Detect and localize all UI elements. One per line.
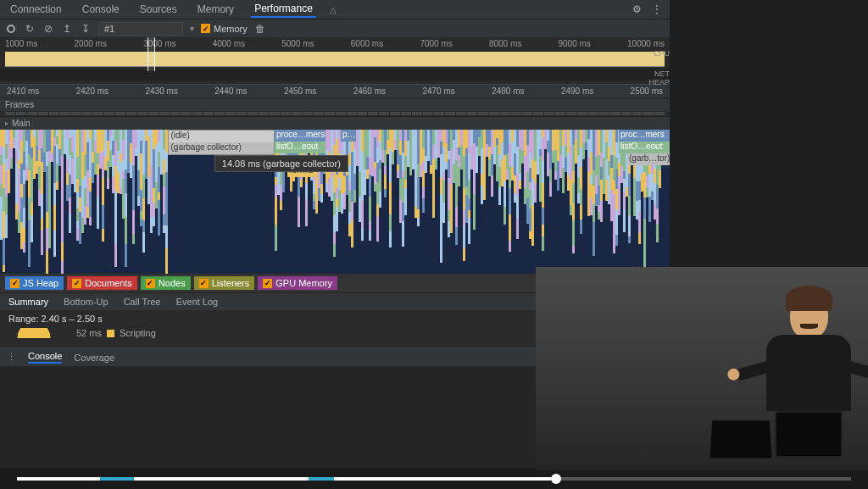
main-track-label[interactable]: ▸ Main bbox=[0, 116, 670, 130]
session-select[interactable] bbox=[98, 22, 183, 36]
task-proc2[interactable]: proc…mers bbox=[619, 130, 670, 142]
dropdown-icon[interactable]: ▾ bbox=[190, 24, 194, 33]
idle-row[interactable]: (idle) bbox=[169, 131, 274, 142]
gc-row[interactable]: (garbage collector) bbox=[169, 142, 274, 154]
monitor bbox=[775, 411, 843, 458]
memory-checkbox[interactable]: ✓ bbox=[201, 24, 210, 33]
ov-tick: 8000 ms bbox=[489, 39, 521, 48]
subtab-calltree[interactable]: Call Tree bbox=[124, 297, 161, 307]
drawer-tab-console[interactable]: Console bbox=[28, 351, 62, 364]
d-tick: 2450 ms bbox=[284, 86, 316, 96]
scripting-swatch bbox=[107, 330, 114, 337]
d-tick: 2430 ms bbox=[145, 86, 177, 96]
task-proc[interactable]: proce…mers bbox=[275, 130, 326, 142]
d-tick: 2480 ms bbox=[492, 86, 524, 96]
perf-toolbar: ↻ ⊘ ↥ ↧ ▾ ✓ Memory 🗑 bbox=[0, 19, 670, 37]
d-tick: 2490 ms bbox=[561, 86, 593, 96]
tab-memory[interactable]: Memory bbox=[194, 2, 237, 17]
legend-nodes[interactable]: ✓Nodes bbox=[141, 276, 191, 290]
progress-fill bbox=[17, 477, 551, 481]
task-p[interactable]: p… bbox=[341, 130, 356, 142]
memory-checkbox-group: ✓ Memory bbox=[201, 24, 248, 34]
presenter bbox=[758, 292, 860, 428]
main-text: Main bbox=[12, 119, 31, 128]
legend-gpu[interactable]: ✓GPU Memory bbox=[258, 276, 337, 290]
ov-tick: 10000 ms bbox=[627, 39, 665, 48]
drawer-menu-icon[interactable]: ⋮ bbox=[7, 352, 16, 363]
scripting-row: 52 ms Scripting bbox=[76, 328, 156, 338]
frames-text: Frames bbox=[5, 100, 34, 109]
ov-tick: 2000 ms bbox=[75, 39, 107, 48]
main-tabbar: Connection Console Sources Memory Perfor… bbox=[0, 0, 670, 19]
gc-tooltip: 14.08 ms (garbage collector) bbox=[214, 155, 348, 172]
overview-timeline[interactable]: 1000 ms 2000 ms 3000 ms 4000 ms 5000 ms … bbox=[0, 37, 670, 85]
experiment-icon: △ bbox=[330, 5, 337, 14]
d-tick: 2460 ms bbox=[353, 86, 386, 96]
d-tick: 2470 ms bbox=[422, 86, 454, 96]
legend-listeners[interactable]: ✓Listeners bbox=[194, 276, 255, 290]
chapter-marker bbox=[100, 477, 133, 481]
video-progress[interactable] bbox=[17, 477, 851, 481]
tab-connection[interactable]: Connection bbox=[7, 2, 65, 17]
drawer-tab-coverage[interactable]: Coverage bbox=[74, 353, 114, 363]
net-row bbox=[0, 69, 670, 81]
save-icon[interactable]: ↧ bbox=[80, 23, 92, 35]
ov-tick: 5000 ms bbox=[281, 39, 314, 48]
clear-icon[interactable]: ⊘ bbox=[42, 23, 54, 35]
kebab-icon[interactable]: ⋮ bbox=[651, 3, 663, 15]
webcam-feed bbox=[536, 267, 868, 470]
laptop bbox=[710, 420, 772, 458]
ov-tick: 9000 ms bbox=[559, 39, 591, 48]
net-label: NET bbox=[654, 69, 670, 78]
subtab-bottomup[interactable]: Bottom-Up bbox=[64, 297, 108, 307]
scripting-time: 52 ms bbox=[76, 328, 102, 338]
tab-console[interactable]: Console bbox=[79, 2, 123, 17]
detail-ticks: 2410 ms 2420 ms 2430 ms 2440 ms 2450 ms … bbox=[0, 85, 670, 97]
ov-tick: 7000 ms bbox=[420, 39, 452, 48]
subtab-summary[interactable]: Summary bbox=[8, 297, 48, 307]
summary-pie bbox=[8, 328, 59, 338]
playhead[interactable] bbox=[551, 474, 561, 484]
flame-chart[interactable]: (idle) (garbage collector) 14.08 ms (gar… bbox=[0, 130, 670, 274]
overview-ticks: 1000 ms 2000 ms 3000 ms 4000 ms 5000 ms … bbox=[0, 37, 670, 50]
heap-label: HEAP bbox=[648, 78, 670, 86]
trash-icon[interactable]: 🗑 bbox=[254, 23, 266, 35]
tab-sources[interactable]: Sources bbox=[136, 2, 181, 17]
chapter-marker bbox=[309, 477, 334, 481]
task-garb[interactable]: (garb…tor) bbox=[627, 153, 670, 165]
memory-label: Memory bbox=[214, 24, 248, 34]
frames-track-label[interactable]: Frames bbox=[0, 97, 670, 111]
d-tick: 2410 ms bbox=[7, 86, 39, 96]
scripting-label: Scripting bbox=[120, 328, 156, 338]
task-listo2[interactable]: listO…eout bbox=[619, 142, 670, 153]
ov-tick: 6000 ms bbox=[351, 39, 383, 48]
cpu-label: CPU bbox=[654, 49, 670, 58]
console-area[interactable] bbox=[0, 366, 536, 468]
legend-docs[interactable]: ✓Documents bbox=[67, 276, 137, 290]
d-tick: 2420 ms bbox=[76, 86, 108, 96]
d-tick: 2500 ms bbox=[631, 86, 663, 96]
ov-tick: 1000 ms bbox=[5, 39, 37, 48]
gc-block[interactable]: (idle) (garbage collector) bbox=[168, 130, 275, 155]
cpu-wave bbox=[5, 52, 665, 67]
subtab-eventlog[interactable]: Event Log bbox=[176, 297, 219, 307]
task-listo[interactable]: listO…eout bbox=[275, 142, 326, 153]
gear-icon[interactable]: ⚙ bbox=[631, 3, 643, 15]
legend-heap[interactable]: ✓JS Heap bbox=[5, 276, 64, 290]
right-empty bbox=[670, 0, 868, 267]
overview-selection[interactable] bbox=[147, 37, 155, 71]
load-icon[interactable]: ↥ bbox=[61, 23, 73, 35]
task-blocks: proce…mers listO…eout ru…ks p… proc…mers… bbox=[275, 130, 670, 153]
collapse-icon[interactable]: ▸ bbox=[5, 119, 8, 127]
reload-icon[interactable]: ↻ bbox=[24, 23, 36, 35]
d-tick: 2440 ms bbox=[214, 86, 247, 96]
ov-tick: 4000 ms bbox=[213, 39, 245, 48]
record-icon[interactable] bbox=[5, 23, 17, 35]
tab-performance[interactable]: Performance bbox=[251, 1, 316, 18]
